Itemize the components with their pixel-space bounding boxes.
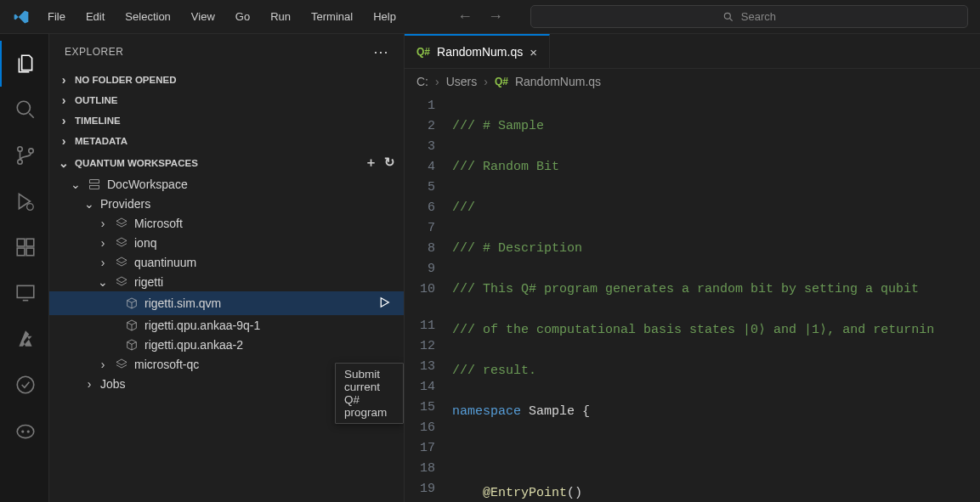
tooltip-submit: Submit current Q# program [335,363,404,424]
svg-rect-11 [26,239,34,246]
target-rigetti-ankaa-2[interactable]: rigetti.qpu.ankaa-2 [49,335,404,354]
workspace-item[interactable]: ⌄ DocWorkspace [49,174,404,194]
activity-extensions[interactable] [0,224,49,270]
section-no-folder[interactable]: › NO FOLDER OPENED [49,70,404,90]
remote-icon [14,282,37,304]
tab-randomnum[interactable]: Q# RandomNum.qs × [405,34,550,68]
code-content[interactable]: /// # Sample /// Random Bit /// /// # De… [452,94,980,502]
editor-area: Q# RandomNum.qs × C: › Users › Q# Random… [405,34,980,502]
svg-point-4 [17,147,21,151]
svg-point-14 [17,426,34,438]
command-center-search[interactable]: Search [530,5,968,28]
chevron-right-icon: › [58,93,70,107]
section-metadata[interactable]: › METADATA [49,131,404,151]
svg-line-3 [29,113,33,117]
azure-icon [14,328,37,350]
branch-icon [14,144,37,166]
menu-help[interactable]: Help [365,5,405,28]
layers-icon [114,358,129,371]
activity-explorer[interactable] [0,41,49,87]
line-gutter: 12345678910111213141516171819 [405,94,452,502]
chevron-down-icon: ⌄ [70,178,82,191]
svg-rect-17 [90,179,99,183]
check-circle-icon [14,374,37,396]
qsharp-icon: Q# [495,76,508,87]
menu-terminal[interactable]: Terminal [303,5,361,28]
copilot-icon [14,420,37,442]
target-rigetti-ankaa-9q1[interactable]: rigetti.qpu.ankaa-9q-1 [49,315,404,335]
layers-icon [114,217,129,230]
breadcrumb-part[interactable]: Users [446,75,478,88]
activity-test[interactable] [0,362,49,408]
section-outline[interactable]: › OUTLINE [49,90,404,110]
breadcrumb-file[interactable]: RandomNum.qs [515,75,601,88]
svg-point-16 [26,430,29,432]
refresh-icon[interactable]: ↻ [384,155,395,171]
code-editor[interactable]: 12345678910111213141516171819 /// # Samp… [405,94,980,502]
menu-run[interactable]: Run [262,5,299,28]
activity-azure[interactable] [0,316,49,362]
svg-point-6 [28,149,32,153]
menu-selection[interactable]: Selection [116,5,178,28]
more-icon[interactable]: ⋯ [373,42,388,61]
tab-filename: RandomNum.qs [437,45,523,59]
chevron-right-icon: › [484,75,488,88]
title-bar: File Edit Selection View Go Run Terminal… [0,0,980,34]
menu-view[interactable]: View [183,5,224,28]
activity-run-debug[interactable] [0,178,49,224]
svg-point-15 [21,430,24,432]
menu-go[interactable]: Go [227,5,258,28]
chevron-right-icon: › [435,75,439,88]
menu-edit[interactable]: Edit [77,5,113,28]
svg-point-2 [17,101,30,114]
provider-ionq[interactable]: › ionq [49,233,404,252]
svg-rect-12 [17,285,34,297]
nav-back-icon[interactable]: ← [452,6,478,27]
chevron-down-icon: ⌄ [97,275,109,289]
search-icon [14,99,37,121]
target-rigetti-sim-qvm[interactable]: rigetti.sim.qvm [49,291,404,315]
layers-icon [114,256,129,269]
package-icon [124,319,139,332]
breadcrumb[interactable]: C: › Users › Q# RandomNum.qs [405,69,980,94]
activity-copilot[interactable] [0,408,49,454]
svg-point-7 [26,204,33,211]
chevron-right-icon: › [97,256,109,269]
close-icon[interactable]: × [530,45,537,59]
svg-point-0 [724,13,730,19]
chevron-down-icon: ⌄ [83,197,95,211]
explorer-sidebar: EXPLORER ⋯ › NO FOLDER OPENED › OUTLINE … [49,34,405,502]
chevron-right-icon: › [97,236,109,250]
providers-item[interactable]: ⌄ Providers [49,194,404,213]
nav-arrows: ← → [452,6,508,27]
activity-bar [0,34,49,502]
nav-forward-icon[interactable]: → [483,6,508,27]
svg-rect-8 [17,239,25,246]
menu-file[interactable]: File [39,5,74,28]
search-placeholder: Search [741,10,776,23]
add-workspace-icon[interactable]: ＋ [365,155,377,171]
activity-source-control[interactable] [0,133,49,178]
section-quantum-workspaces[interactable]: ⌄ QUANTUM WORKSPACES ＋ ↻ [49,151,404,174]
play-bug-icon [14,190,37,212]
vscode-logo-icon [12,8,31,26]
chevron-right-icon: › [97,217,109,230]
chevron-right-icon: › [97,358,109,371]
provider-rigetti[interactable]: ⌄ rigetti [49,272,404,291]
svg-line-1 [730,18,733,20]
menu-bar: File Edit Selection View Go Run Terminal… [39,5,405,28]
sidebar-title: EXPLORER [65,46,123,58]
package-icon [124,338,139,352]
svg-rect-18 [90,185,99,189]
section-timeline[interactable]: › TIMELINE [49,110,404,131]
provider-microsoft[interactable]: › Microsoft [49,213,404,233]
provider-quantinuum[interactable]: › quantinuum [49,252,404,272]
chevron-right-icon: › [58,114,70,127]
submit-play-icon[interactable] [377,295,392,313]
chevron-right-icon: › [58,73,70,87]
package-icon [124,296,139,310]
breadcrumb-part[interactable]: C: [416,75,428,88]
activity-search[interactable] [0,87,49,133]
activity-remote[interactable] [0,270,49,316]
svg-rect-9 [17,248,25,256]
